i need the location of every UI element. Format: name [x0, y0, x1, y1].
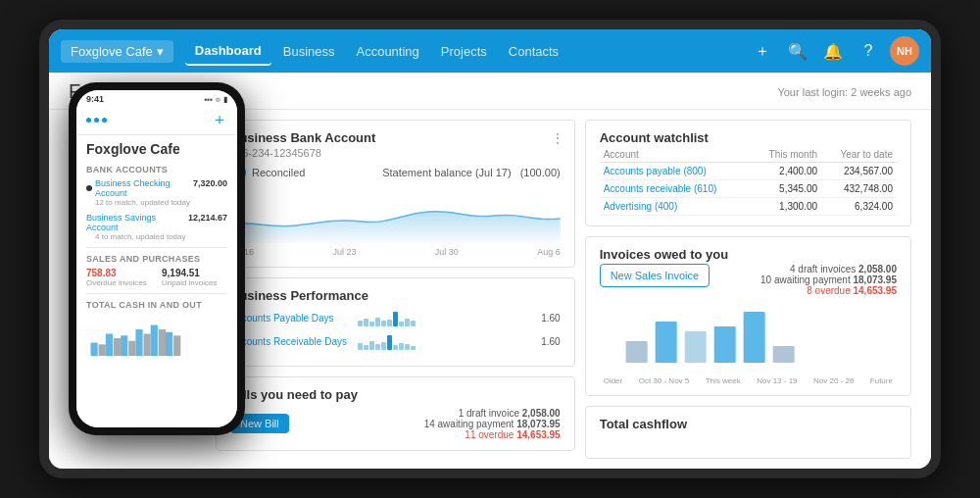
bank-card-menu[interactable]: ⋮ [551, 130, 564, 146]
bills-detail: 1 draft invoice 2,058.00 14 awaiting pay… [424, 408, 561, 440]
content-area: 9:41 ▪▪▪ ⌾ ▮ ＋ [49, 73, 931, 469]
watchlist-month-0: 2,400.00 [751, 163, 821, 180]
phone-top-bar: ＋ [76, 106, 237, 135]
svg-rect-17 [772, 346, 794, 363]
bar-label-0: Older [604, 376, 623, 385]
statement-balance: Statement balance (Jul 17) (100.00) [382, 167, 561, 178]
phone-add-button[interactable]: ＋ [212, 110, 227, 130]
phone-overdue-amount: 758.83 [86, 268, 152, 278]
phone-account-name-1[interactable]: Business Checking Account [86, 178, 193, 198]
bar-chart-labels: Older Oct 30 - Nov 5 This week Nov 13 - … [600, 376, 897, 385]
perf-bar [381, 342, 386, 350]
phone-stat-1: 758.83 Overdue invoices [86, 268, 152, 287]
invoices-btn-area: New Sales Invoice [600, 264, 710, 287]
invoice-overdue: 8 overdue 14,653.95 [760, 285, 897, 296]
phone-account-name-2[interactable]: Business Savings Account [86, 213, 188, 232]
right-column: Account watchlist Account This month Yea… [585, 120, 911, 459]
org-name: Foxglove Cafe [71, 44, 153, 59]
bank-chart [230, 184, 561, 243]
phone-unpaid-amount: 9,194.51 [162, 268, 227, 278]
svg-rect-16 [743, 312, 764, 363]
phone-status-bar: 9:41 ▪▪▪ ⌾ ▮ [76, 90, 237, 106]
reconcile-label: Reconciled [252, 167, 376, 178]
perf-bar [364, 319, 368, 326]
phone-dot-2 [94, 118, 99, 123]
search-icon[interactable]: 🔍 [784, 37, 811, 65]
avatar[interactable]: NH [890, 36, 919, 66]
phone-screen: 9:41 ▪▪▪ ⌾ ▮ ＋ [76, 90, 237, 427]
watchlist-account-2[interactable]: Advertising (400) [600, 198, 752, 216]
top-nav: Foxglove Cafe ▾ Dashboard Business Accou… [49, 29, 931, 73]
perf-bar [358, 343, 363, 350]
svg-rect-6 [99, 344, 106, 356]
svg-rect-9 [144, 334, 151, 357]
watchlist-row-1: Accounts receivable (610) 5,345.00 432,7… [600, 180, 897, 198]
perf-bar [364, 345, 368, 350]
svg-rect-3 [135, 329, 142, 356]
invoice-awaiting: 10 awaiting payment 18,073.95 [760, 274, 897, 285]
last-login: Your last login: 2 weeks ago [777, 86, 911, 98]
watchlist-account-0[interactable]: Accounts payable (800) [600, 163, 752, 180]
bar-label-3: Nov 13 - 19 [757, 376, 797, 385]
invoice-draft: 4 draft invoices 2,058.00 [760, 264, 897, 274]
nav-projects[interactable]: Projects [431, 38, 497, 65]
bills-title: Bills you need to pay [230, 387, 561, 402]
bar-label-2: This week [706, 376, 741, 385]
invoices-chart: Older Oct 30 - Nov 5 This week Nov 13 - … [600, 302, 897, 385]
phone-account-amount-1: 7,320.00 [193, 178, 227, 188]
help-icon[interactable]: ? [855, 37, 882, 65]
watchlist-ytd-0: 234,567.00 [821, 163, 897, 180]
bills-info: 1 draft invoice 2,058.00 14 awaiting pay… [424, 408, 561, 440]
phone-dots [86, 118, 107, 123]
perf-row-payable: Accounts Payable Days [230, 309, 561, 326]
phone-sales-section: Sales and Purchases [86, 254, 227, 264]
bill-draft: 1 draft invoice 2,058.00 [424, 408, 561, 419]
perf-value-payable: 1.60 [537, 313, 561, 324]
perf-label-payable[interactable]: Accounts Payable Days [230, 313, 358, 324]
watchlist-card: Account watchlist Account This month Yea… [585, 120, 911, 226]
org-selector[interactable]: Foxglove Cafe ▾ [61, 40, 173, 63]
cashflow-card: Total cashflow [585, 406, 911, 459]
perf-bars-receivable [358, 332, 531, 350]
phone-org-title: Foxglove Cafe [86, 141, 227, 157]
phone-overdue-label: Overdue invoices [86, 278, 152, 287]
watchlist-account-1[interactable]: Accounts receivable (610) [600, 180, 752, 198]
phone-dot-3 [102, 118, 107, 123]
invoices-title: Invoices owed to you [600, 247, 897, 262]
bill-overdue: 11 overdue 14,653.95 [424, 429, 561, 440]
phone-frame: 9:41 ▪▪▪ ⌾ ▮ ＋ [69, 82, 245, 435]
svg-rect-7 [114, 338, 121, 356]
invoices-card: Invoices owed to you New Sales Invoice 4… [585, 236, 911, 396]
phone-divider-1 [86, 247, 227, 248]
perf-bar [358, 321, 363, 326]
svg-rect-0 [91, 343, 98, 357]
bank-account-number: 306-234-12345678 [230, 147, 561, 159]
phone-account-checking: Business Checking Account 12 to match, u… [86, 178, 227, 207]
bank-account-card: ⋮ Business Bank Account 306-234-12345678… [216, 120, 575, 268]
bell-icon[interactable]: 🔔 [819, 37, 847, 65]
svg-rect-5 [166, 332, 172, 356]
phone-bank-section: Bank Accounts [86, 165, 227, 174]
add-icon[interactable]: ＋ [749, 37, 776, 65]
wifi-icon: ⌾ [216, 95, 220, 104]
svg-rect-15 [713, 326, 735, 363]
bar-label-1: Oct 30 - Nov 5 [639, 376, 690, 385]
bill-awaiting: 14 awaiting payment 18,073.95 [424, 419, 561, 429]
watchlist-ytd-1: 432,748.00 [821, 180, 897, 198]
nav-contacts[interactable]: Contacts [499, 38, 568, 65]
bar-label-4: Nov 20 - 26 [813, 376, 854, 385]
perf-bar [369, 341, 374, 350]
left-column: ⋮ Business Bank Account 306-234-12345678… [216, 120, 575, 459]
watchlist-col-month: This month [751, 147, 821, 163]
invoices-inner: New Sales Invoice 4 draft invoices 2,058… [600, 264, 897, 296]
perf-label-receivable[interactable]: Accounts Receivable Days [230, 336, 358, 347]
reconcile-row: ✓ Reconciled Statement balance (Jul 17) … [230, 165, 561, 180]
phone-account-savings: Business Savings Account 4 to match, upd… [86, 213, 227, 241]
new-sales-invoice-button[interactable]: New Sales Invoice [600, 264, 710, 287]
nav-business[interactable]: Business [273, 38, 345, 65]
perf-bar [399, 343, 404, 350]
nav-dashboard[interactable]: Dashboard [185, 37, 271, 66]
nav-accounting[interactable]: Accounting [346, 38, 428, 65]
perf-bar [375, 344, 380, 350]
perf-bar [369, 322, 374, 326]
